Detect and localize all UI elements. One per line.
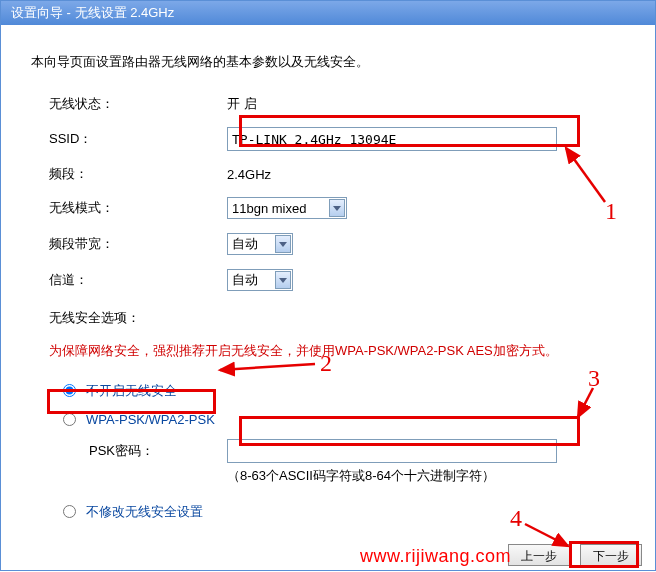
label-channel-width: 频段带宽： xyxy=(49,235,227,253)
radio-disable-security[interactable] xyxy=(63,384,76,397)
ssid-input[interactable] xyxy=(227,127,557,151)
radio-row-disable: 不开启无线安全 xyxy=(31,382,625,400)
row-wireless-mode: 无线模式： 11bgn mixed xyxy=(31,197,625,219)
radio-wpa-psk[interactable] xyxy=(63,413,76,426)
row-channel: 信道： 自动 xyxy=(31,269,625,291)
radio-label-nochange: 不修改无线安全设置 xyxy=(86,503,203,521)
button-area: 上一步 下一步 xyxy=(508,544,642,566)
radio-label-disable: 不开启无线安全 xyxy=(86,382,177,400)
label-wireless-status: 无线状态： xyxy=(49,95,227,113)
intro-text: 本向导页面设置路由器无线网络的基本参数以及无线安全。 xyxy=(31,53,625,71)
row-channel-width: 频段带宽： 自动 xyxy=(31,233,625,255)
value-wireless-status: 开 启 xyxy=(227,95,257,113)
label-ssid: SSID： xyxy=(49,130,227,148)
prev-button[interactable]: 上一步 xyxy=(508,544,570,566)
psk-hint: （8-63个ASCII码字符或8-64个十六进制字符） xyxy=(31,467,625,485)
security-warning: 为保障网络安全，强烈推荐开启无线安全，并使用WPA-PSK/WPA2-PSK A… xyxy=(49,341,625,362)
radio-no-change[interactable] xyxy=(63,505,76,518)
radio-row-wpa: WPA-PSK/WPA2-PSK xyxy=(31,412,625,427)
row-psk: PSK密码： xyxy=(31,439,625,463)
label-channel: 信道： xyxy=(49,271,227,289)
chevron-down-icon xyxy=(275,271,291,289)
wireless-mode-value: 11bgn mixed xyxy=(232,201,306,216)
next-button[interactable]: 下一步 xyxy=(580,544,642,566)
label-band: 频段： xyxy=(49,165,227,183)
channel-value: 自动 xyxy=(232,271,258,289)
chevron-down-icon xyxy=(329,199,345,217)
channel-select[interactable]: 自动 xyxy=(227,269,293,291)
row-band: 频段： 2.4GHz xyxy=(31,165,625,183)
radio-label-wpa: WPA-PSK/WPA2-PSK xyxy=(86,412,215,427)
label-psk: PSK密码： xyxy=(89,442,227,460)
psk-input[interactable] xyxy=(227,439,557,463)
security-heading: 无线安全选项： xyxy=(49,309,625,327)
window-title: 设置向导 - 无线设置 2.4GHz xyxy=(11,5,174,20)
title-bar: 设置向导 - 无线设置 2.4GHz xyxy=(1,1,655,25)
channel-width-select[interactable]: 自动 xyxy=(227,233,293,255)
row-ssid: SSID： xyxy=(31,127,625,151)
row-wireless-status: 无线状态： 开 启 xyxy=(31,95,625,113)
content-area: 本向导页面设置路由器无线网络的基本参数以及无线安全。 无线状态： 开 启 SSI… xyxy=(1,25,655,521)
chevron-down-icon xyxy=(275,235,291,253)
wireless-mode-select[interactable]: 11bgn mixed xyxy=(227,197,347,219)
label-wireless-mode: 无线模式： xyxy=(49,199,227,217)
wizard-window: 设置向导 - 无线设置 2.4GHz 本向导页面设置路由器无线网络的基本参数以及… xyxy=(0,0,656,571)
watermark: www.rijiwang.com xyxy=(360,546,511,567)
channel-width-value: 自动 xyxy=(232,235,258,253)
radio-row-nochange: 不修改无线安全设置 xyxy=(31,503,625,521)
value-band: 2.4GHz xyxy=(227,167,271,182)
